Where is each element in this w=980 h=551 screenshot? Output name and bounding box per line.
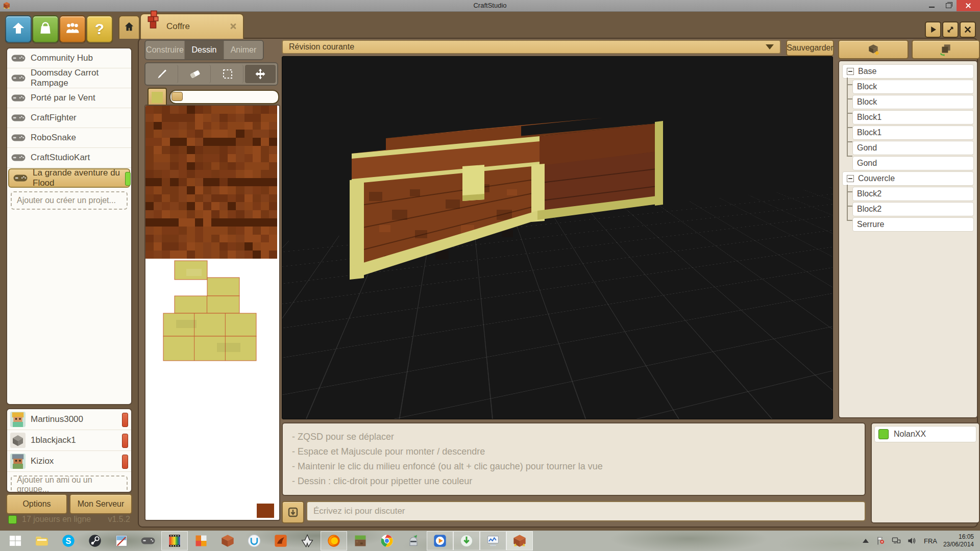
taskbar-knight-game[interactable] bbox=[400, 531, 427, 550]
friend-item[interactable]: Martinus3000 bbox=[7, 409, 131, 430]
taskbar-start-button[interactable] bbox=[2, 531, 29, 550]
taskbar-dragon-game[interactable] bbox=[267, 531, 294, 550]
project-item[interactable]: Community Hub bbox=[7, 48, 131, 68]
brush-size-slider[interactable] bbox=[169, 90, 279, 104]
texture-canvas[interactable] bbox=[145, 106, 277, 259]
sync-blocks-button[interactable] bbox=[912, 40, 980, 59]
nav-home-button[interactable] bbox=[5, 15, 32, 43]
people-icon bbox=[65, 20, 80, 38]
network-icon[interactable] bbox=[890, 535, 902, 547]
expand-icon bbox=[946, 25, 955, 34]
project-item[interactable]: Porté par le Vent bbox=[7, 88, 131, 108]
select-tool-button[interactable] bbox=[212, 65, 243, 83]
tree-node-block[interactable]: Block bbox=[852, 80, 974, 94]
friend-item[interactable]: Kiziox bbox=[7, 451, 131, 472]
uv-map[interactable] bbox=[145, 259, 277, 381]
project-item[interactable]: La grande aventure du Flood bbox=[8, 168, 130, 188]
nav-help-button[interactable]: ? bbox=[86, 15, 113, 43]
tree-node-block1[interactable]: Block1 bbox=[852, 126, 974, 140]
project-item[interactable]: RoboSnake bbox=[7, 128, 131, 148]
taskbar-firefox[interactable] bbox=[321, 531, 347, 550]
taskbar-gamepad-app[interactable] bbox=[135, 531, 161, 550]
project-item[interactable]: CraftFighter bbox=[7, 108, 131, 128]
project-item[interactable]: CraftStudioKart bbox=[7, 148, 131, 168]
close-session-button[interactable] bbox=[960, 21, 976, 38]
tree-connector bbox=[847, 98, 852, 99]
taskbar-download-manager[interactable] bbox=[453, 531, 480, 550]
taskbar-steam[interactable] bbox=[82, 531, 108, 550]
tree-node-base[interactable]: Base bbox=[842, 64, 974, 79]
revision-label: Révision courante bbox=[289, 42, 354, 52]
move-tool-button[interactable] bbox=[245, 65, 276, 83]
tree-node-block2[interactable]: Block2 bbox=[852, 187, 974, 201]
gamepad-icon bbox=[13, 174, 28, 182]
nav-community-button[interactable] bbox=[59, 15, 86, 43]
save-button[interactable]: Sauvegarder bbox=[786, 40, 834, 56]
nav-shop-button[interactable] bbox=[32, 15, 59, 43]
friend-status-badge bbox=[122, 455, 128, 469]
add-project-button[interactable]: Ajouter ou créer un projet... bbox=[11, 191, 128, 210]
volume-icon[interactable] bbox=[905, 535, 918, 547]
revision-dropdown[interactable]: Révision courante bbox=[282, 40, 781, 54]
close-button[interactable] bbox=[957, 0, 980, 11]
options-button[interactable]: Options bbox=[6, 494, 67, 514]
tab-document-coffre[interactable]: Coffre bbox=[140, 13, 244, 39]
project-item[interactable]: Doomsday Carrot Rampage bbox=[7, 68, 131, 88]
slider-handle[interactable] bbox=[172, 92, 183, 101]
add-block-button[interactable] bbox=[838, 40, 909, 59]
tree-node-gond[interactable]: Gond bbox=[852, 141, 974, 155]
chat-input[interactable] bbox=[306, 501, 866, 521]
tree-connector bbox=[847, 78, 848, 157]
tree-node-couvercle[interactable]: Couvercle bbox=[842, 171, 974, 186]
eraser-tool-button[interactable] bbox=[180, 65, 211, 83]
tree-connector bbox=[847, 141, 852, 142]
taskbar-file-explorer[interactable] bbox=[29, 531, 55, 550]
taskbar-skyrim[interactable] bbox=[294, 531, 321, 550]
dragon-icon bbox=[274, 534, 288, 548]
tree-node-block1[interactable]: Block1 bbox=[852, 110, 974, 124]
tree-node-block2[interactable]: Block2 bbox=[852, 202, 974, 216]
action-center-flag-icon[interactable] bbox=[875, 535, 887, 547]
tray-expand-icon[interactable] bbox=[860, 535, 872, 547]
chat-send-button[interactable] bbox=[282, 501, 304, 523]
my-server-button[interactable]: Mon Serveur bbox=[69, 494, 132, 514]
tree-node-gond[interactable]: Gond bbox=[852, 156, 974, 170]
mode-tab-dessin[interactable]: Dessin bbox=[185, 41, 224, 59]
taskbar-skype[interactable]: S bbox=[55, 531, 82, 550]
taskbar-minecraft[interactable] bbox=[347, 531, 374, 550]
player-item[interactable]: NolanXX bbox=[874, 426, 976, 442]
language-indicator[interactable]: FRA bbox=[921, 537, 940, 545]
fit-view-button[interactable] bbox=[942, 21, 959, 38]
mode-tab-animer[interactable]: Animer bbox=[224, 41, 263, 59]
download-icon bbox=[459, 534, 474, 548]
gamepad-icon bbox=[11, 54, 26, 62]
taskbar-craftstudio[interactable] bbox=[506, 531, 533, 550]
taskbar-chrome[interactable] bbox=[374, 531, 400, 550]
collapse-box-icon[interactable] bbox=[847, 175, 854, 182]
3d-viewport[interactable] bbox=[282, 56, 833, 419]
taskbar-photo-viewer[interactable] bbox=[188, 531, 214, 550]
clock[interactable]: 16:05 23/06/2014 bbox=[943, 533, 978, 548]
taskbar-craftstudio-player[interactable] bbox=[214, 531, 241, 550]
taskbar-system-monitor[interactable] bbox=[480, 531, 506, 550]
restore-button[interactable] bbox=[940, 0, 957, 11]
tab-home[interactable] bbox=[118, 15, 140, 39]
brush-tool-button[interactable] bbox=[147, 65, 178, 83]
help-text-line: - ZQSD pour se déplacer bbox=[292, 430, 855, 444]
tree-node-block[interactable]: Block bbox=[852, 95, 974, 109]
mode-tab-construire[interactable]: Construire bbox=[145, 41, 185, 59]
tree-node-serrure[interactable]: Serrure bbox=[852, 217, 974, 232]
play-button[interactable] bbox=[925, 21, 941, 38]
friend-item[interactable]: 1blackjack1 bbox=[7, 430, 131, 451]
tab-close-icon[interactable] bbox=[230, 22, 237, 30]
taskbar-uplay[interactable] bbox=[241, 531, 267, 550]
tree-node-label: Gond bbox=[857, 159, 877, 168]
taskbar-paint-app[interactable] bbox=[108, 531, 135, 550]
taskbar-media-player[interactable] bbox=[427, 531, 453, 550]
collapse-box-icon[interactable] bbox=[847, 68, 854, 75]
friend-name: Kiziox bbox=[31, 456, 54, 466]
add-friend-button[interactable]: Ajouter un ami ou un groupe... bbox=[11, 475, 128, 493]
add-block-icon bbox=[867, 43, 880, 56]
minimize-button[interactable] bbox=[924, 0, 940, 11]
taskbar-capture-tool[interactable] bbox=[161, 531, 188, 550]
